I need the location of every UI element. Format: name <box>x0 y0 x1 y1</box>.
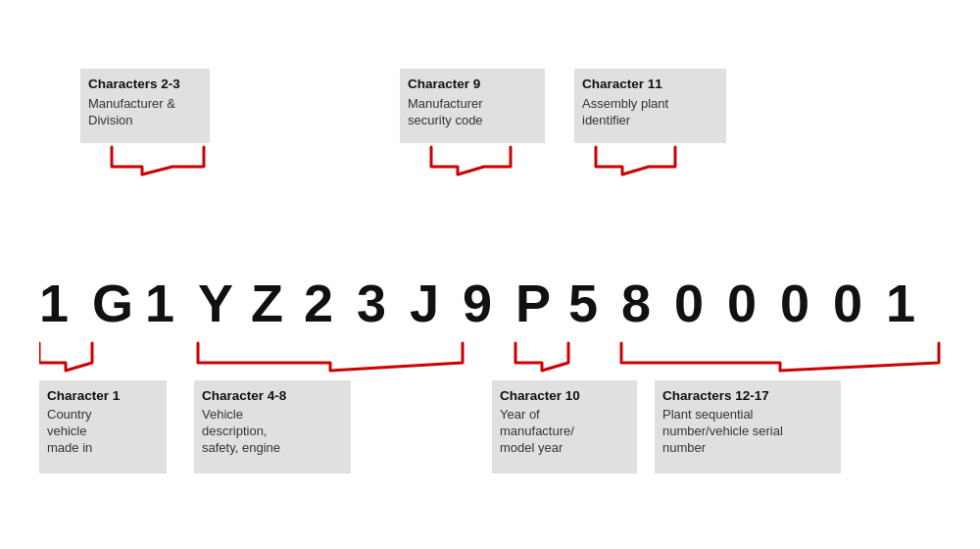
vin-wrapper: Characters 2-3 Manufacturer & Division C… <box>39 59 941 490</box>
main-container: Characters 2-3 Manufacturer & Division C… <box>0 0 980 549</box>
diagram-spacer <box>39 59 941 490</box>
